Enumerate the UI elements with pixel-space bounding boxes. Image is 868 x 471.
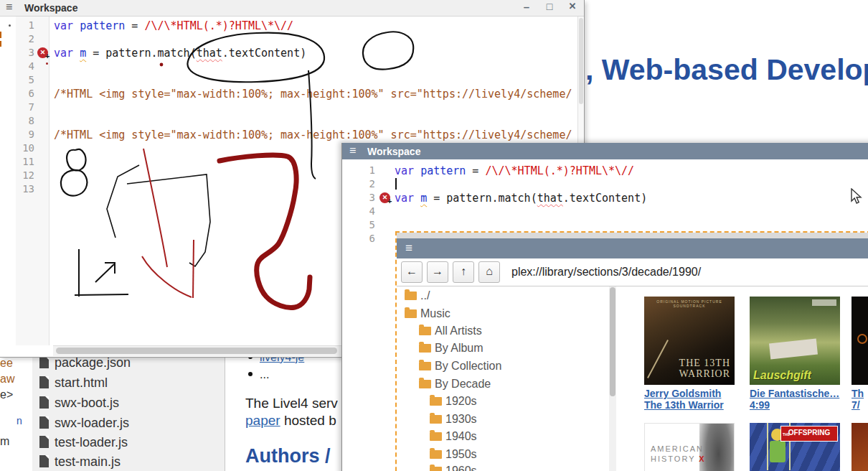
file-list-panel: package.json start.html swx-boot.js swx-… — [32, 350, 225, 471]
folder-icon — [430, 450, 442, 459]
line-number: 9 — [16, 129, 34, 140]
embedded-file-browser: ≡ ← → ↑ ⌂ plex://library/sections/3/deca… — [395, 231, 868, 471]
red-diagonal-stroke — [143, 149, 167, 267]
album-card: Lauschgift Die Fantastische… 4:99 — [750, 297, 840, 411]
tree-item[interactable]: Music — [405, 307, 450, 320]
code-line-3[interactable]: var m = pattern.match(that.textContent) — [395, 192, 647, 205]
cover-title: THE 13THWARRIOR — [679, 358, 730, 379]
window-title: Workspace — [367, 146, 420, 157]
paper-link[interactable]: paper — [245, 413, 280, 428]
paragraph-line: The Livel4 serv — [245, 396, 338, 411]
code-line-1[interactable]: var pattern = /\/\*HTML(.*)?HTML\*\// — [54, 19, 293, 32]
minimize-button[interactable]: – — [518, 1, 535, 15]
file-icon — [39, 356, 49, 368]
tree-item[interactable]: 1920s — [430, 395, 477, 408]
file-icon — [39, 455, 49, 467]
album-link[interactable]: The 13th Warrior — [644, 399, 735, 411]
line-number: 7 — [16, 101, 34, 113]
black-long-line — [308, 70, 316, 179]
error-dot — [46, 62, 48, 65]
home-button[interactable]: ⌂ — [478, 261, 500, 283]
tree-item[interactable]: By Album — [419, 342, 483, 355]
file-row[interactable]: package.json — [39, 355, 131, 373]
tree-item[interactable]: 1960s — [430, 465, 477, 471]
tree-item[interactable]: By Decade — [419, 378, 491, 391]
code-line-6[interactable]: /*HTML <img style="max-width:100%; max-h… — [54, 88, 572, 101]
tree-item[interactable]: ../ — [405, 289, 430, 302]
forward-button[interactable]: → — [427, 261, 448, 283]
artist-link[interactable]: Jerry Goldsmith — [644, 388, 735, 399]
tree-item[interactable]: 1950s — [430, 448, 477, 461]
line-number: 11 — [16, 156, 34, 167]
album-link[interactable]: 4:99 — [750, 399, 840, 411]
folder-icon — [419, 327, 431, 335]
text-fragment: m — [0, 435, 9, 448]
up-button[interactable]: ↑ — [453, 261, 474, 283]
scrollbar-thumb[interactable] — [579, 18, 583, 104]
artist-link[interactable]: Th — [852, 388, 868, 399]
album-cover-13th-warrior[interactable]: ORIGINAL MOTION PICTURE SOUNDTRACK THE 1… — [644, 297, 735, 385]
scrollbar-thumb[interactable] — [56, 348, 337, 354]
workspace-window-2: ≡ Workspace 1 2 3 4 5 6 ✕ + var pattern … — [341, 143, 868, 471]
line-number: 1 — [358, 164, 375, 176]
code-line-3[interactable]: var m = pattern.match(that.textContent) — [54, 47, 306, 60]
scrollbar-thumb[interactable] — [610, 287, 615, 396]
file-row[interactable]: start.html — [39, 376, 108, 393]
line-number: 12 — [16, 169, 34, 181]
text-fragment: e> — [0, 388, 13, 401]
titlebar[interactable]: ≡ Workspace — [342, 143, 868, 159]
swing-rope — [767, 423, 768, 470]
close-button[interactable]: ✕ — [564, 1, 581, 15]
line-number: 3 — [16, 47, 34, 58]
file-icon — [39, 396, 49, 409]
sword-graphic — [647, 340, 669, 378]
folder-icon — [405, 292, 417, 300]
red-dot — [160, 63, 164, 67]
album-link[interactable]: 7/ — [852, 399, 868, 411]
code-line-1[interactable]: var pattern = /\/\*HTML(.*)?HTML\*\// — [395, 164, 634, 177]
tree-item[interactable]: By Collection — [419, 360, 501, 373]
cover-title: Lauschgift — [753, 369, 811, 382]
thick-darkred-stroke — [220, 155, 310, 307]
error-plus-icon: + — [45, 52, 49, 60]
line-number: 3 — [358, 192, 375, 203]
album-cover-offspring[interactable]: THEOFFSPRING — [750, 423, 840, 471]
file-row[interactable]: swx-loader.js — [39, 416, 129, 433]
code-line-9[interactable]: /*HTML <img style="max-width:100%; max-h… — [54, 129, 572, 141]
album-cover-american-history-x[interactable]: AMERICANHISTORY X — [644, 423, 735, 471]
hamburger-menu-icon[interactable]: ≡ — [349, 144, 356, 157]
line-number: 1 — [16, 19, 34, 31]
url-input[interactable]: plex://library/sections/3/decade/1990/ — [511, 266, 701, 279]
maximize-button[interactable]: □ — [541, 1, 558, 15]
artist-link[interactable]: Die Fantastische… — [750, 388, 840, 399]
resize-strip — [397, 233, 868, 238]
line-number: 2 — [16, 33, 34, 45]
album-cover-red[interactable] — [852, 423, 868, 471]
hamburger-menu-icon[interactable]: ≡ — [6, 1, 12, 14]
tree-item[interactable]: 1930s — [430, 413, 477, 426]
ring-graphic — [857, 334, 867, 344]
file-row[interactable]: test-loader.js — [39, 435, 128, 452]
file-row[interactable]: swx-boot.js — [39, 396, 119, 413]
kid-graphic — [770, 441, 786, 462]
text-cursor — [395, 178, 397, 190]
folder-icon — [430, 432, 442, 441]
browser-titlebar[interactable]: ≡ — [397, 238, 868, 258]
tree-item[interactable]: 1940s — [430, 430, 477, 443]
edge-tick — [0, 41, 1, 47]
album-cover-dark[interactable] — [852, 297, 868, 385]
axis-sketch — [75, 249, 128, 297]
album-card: ORIGINAL MOTION PICTURE SOUNDTRACK THE 1… — [644, 297, 735, 411]
back-button[interactable]: ← — [401, 261, 423, 283]
tree-scrollbar[interactable] — [609, 286, 616, 471]
album-card: THEOFFSPRING — [750, 423, 840, 471]
album-card: AMERICANHISTORY X — [644, 423, 735, 471]
hamburger-menu-icon[interactable]: ≡ — [405, 241, 412, 256]
file-row[interactable]: test-main.js — [39, 454, 121, 471]
file-icon — [39, 436, 49, 448]
black-polyline-left — [107, 165, 139, 238]
line-number: 5 — [16, 74, 34, 85]
album-cover-lauschgift[interactable]: Lauschgift — [750, 297, 840, 385]
titlebar[interactable]: ≡ Workspace – □ ✕ — [0, 0, 584, 17]
tree-item[interactable]: All Artists — [419, 325, 482, 337]
